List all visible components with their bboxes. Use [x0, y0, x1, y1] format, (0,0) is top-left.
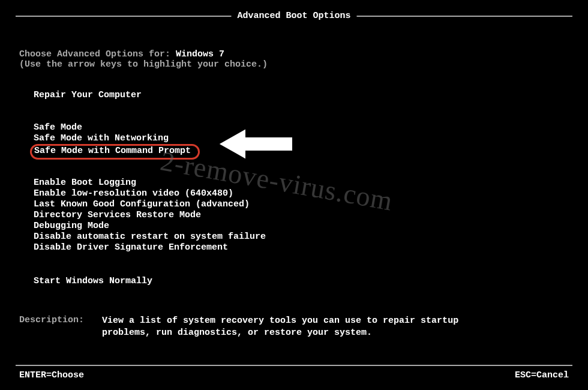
intro-os: Windows 7 [176, 49, 224, 59]
svg-marker-0 [218, 128, 293, 160]
bottom-rule [16, 365, 572, 366]
menu-safe-mode-networking[interactable]: Safe Mode with Networking [34, 133, 200, 144]
intro-block: Choose Advanced Options for: Windows 7 (… [19, 49, 268, 70]
safe-mode-group: Safe Mode Safe Mode with Networking Safe… [34, 122, 200, 160]
menu-disable-auto-restart[interactable]: Disable automatic restart on system fail… [34, 232, 266, 242]
intro-prefix: Choose Advanced Options for: [19, 49, 176, 59]
description-block: Description: View a list of system recov… [19, 315, 462, 339]
menu-repair-computer[interactable]: Repair Your Computer [34, 90, 142, 100]
menu-low-res-video[interactable]: Enable low-resolution video (640x480) [34, 188, 266, 199]
menu-enable-boot-logging[interactable]: Enable Boot Logging [34, 178, 266, 188]
page-title: Advanced Boot Options [231, 11, 356, 21]
footer: ENTER=Choose ESC=Cancel [19, 370, 569, 380]
menu-ds-restore-mode[interactable]: Directory Services Restore Mode [34, 210, 266, 221]
menu-safe-mode-cmd[interactable]: Safe Mode with Command Prompt [34, 144, 200, 160]
description-label: Description: [19, 315, 84, 339]
menu-last-known-good[interactable]: Last Known Good Configuration (advanced) [34, 199, 266, 210]
menu-safe-mode[interactable]: Safe Mode [34, 122, 200, 133]
options-group: Enable Boot Logging Enable low-resolutio… [34, 178, 266, 253]
menu-debugging-mode[interactable]: Debugging Mode [34, 221, 266, 232]
description-text: View a list of system recovery tools you… [102, 315, 462, 339]
menu-disable-driver-sig[interactable]: Disable Driver Signature Enforcement [34, 242, 266, 253]
menu-start-normally[interactable]: Start Windows Normally [34, 276, 152, 286]
arrow-left-icon [218, 126, 296, 165]
footer-esc: ESC=Cancel [515, 370, 569, 380]
highlight-ring: Safe Mode with Command Prompt [30, 144, 200, 160]
intro-hint: (Use the arrow keys to highlight your ch… [19, 59, 268, 70]
footer-enter: ENTER=Choose [19, 370, 84, 380]
